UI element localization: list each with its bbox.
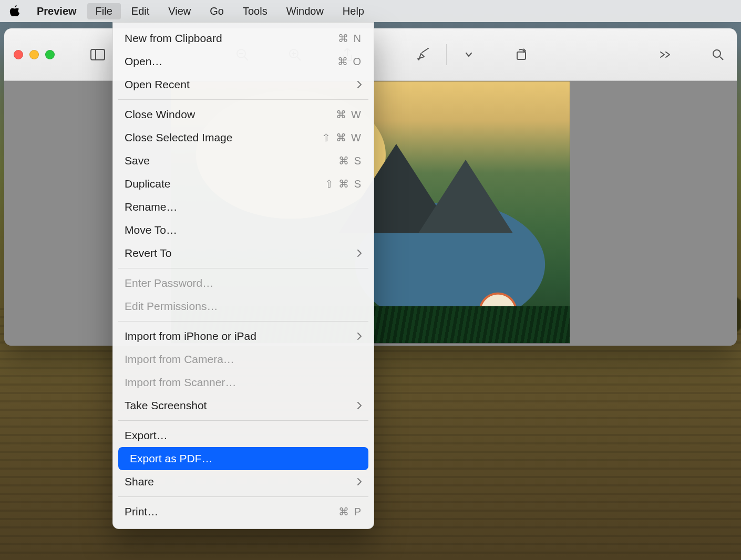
file-menu: New from Clipboard⌘ NOpen…⌘ OOpen Recent… xyxy=(112,22,374,529)
svg-point-10 xyxy=(713,50,721,57)
menu-item-rename[interactable]: Rename… xyxy=(113,195,374,219)
menu-item-shortcut: ⌘ S xyxy=(338,154,362,167)
menu-item-shortcut: ⌘ N xyxy=(338,32,362,45)
sidebar-icon[interactable] xyxy=(88,45,107,64)
menu-item-export-as-pdf[interactable]: Export as PDF… xyxy=(118,447,368,470)
menu-item-label: Share xyxy=(125,475,357,488)
menu-item-print[interactable]: Print…⌘ P xyxy=(113,500,374,523)
menu-item-label: Enter Password… xyxy=(125,277,362,289)
menu-item-label: Print… xyxy=(125,505,338,518)
menu-item-enter-password: Enter Password… xyxy=(113,272,374,295)
menu-item-revert-to[interactable]: Revert To xyxy=(113,242,374,265)
window-controls xyxy=(14,50,55,59)
menu-item-save[interactable]: Save⌘ S xyxy=(113,149,374,172)
menu-item-label: Duplicate xyxy=(125,178,325,190)
menu-item-label: Open… xyxy=(125,55,337,68)
menubar-item-help[interactable]: Help xyxy=(334,3,373,19)
menu-item-label: Export as PDF… xyxy=(130,452,357,465)
menu-item-label: Close Window xyxy=(125,108,336,121)
menu-item-label: Import from Camera… xyxy=(125,353,362,366)
menubar-item-go[interactable]: Go xyxy=(201,3,232,19)
menu-item-label: Move To… xyxy=(125,224,362,236)
menu-item-open[interactable]: Open…⌘ O xyxy=(113,50,374,73)
menu-item-label: Export… xyxy=(125,429,362,442)
chevron-right-icon xyxy=(357,80,362,89)
menubar-item-edit[interactable]: Edit xyxy=(123,3,158,19)
menu-item-label: Revert To xyxy=(125,247,357,260)
menu-item-label: Edit Permissions… xyxy=(125,300,362,313)
menu-item-duplicate[interactable]: Duplicate⇧ ⌘ S xyxy=(113,172,374,195)
menu-item-label: Take Screenshot xyxy=(125,399,357,412)
svg-rect-9 xyxy=(517,52,526,59)
chevron-right-icon xyxy=(357,478,362,486)
menu-item-label: Save xyxy=(125,154,338,167)
menu-item-shortcut: ⌘ O xyxy=(337,55,362,68)
menu-item-label: Import from iPhone or iPad xyxy=(125,330,357,343)
menu-item-label: Close Selected Image xyxy=(125,131,322,144)
menu-item-shortcut: ⇧ ⌘ W xyxy=(322,131,362,144)
menubar-item-view[interactable]: View xyxy=(160,3,199,19)
menu-item-label: Open Recent xyxy=(125,78,357,91)
menubar-item-window[interactable]: Window xyxy=(278,3,332,19)
menu-item-shortcut: ⌘ P xyxy=(338,505,362,518)
menu-item-import-from-iphone-or-ipad[interactable]: Import from iPhone or iPad xyxy=(113,325,374,348)
menubar: Preview FileEditViewGoToolsWindowHelp xyxy=(0,0,741,22)
menu-item-close-window[interactable]: Close Window⌘ W xyxy=(113,103,374,126)
menu-item-label: Import from Scanner… xyxy=(125,376,362,389)
close-window-button[interactable] xyxy=(14,50,23,59)
menubar-app-name[interactable]: Preview xyxy=(28,3,85,19)
menu-item-close-selected-image[interactable]: Close Selected Image⇧ ⌘ W xyxy=(113,126,374,149)
menu-item-label: Rename… xyxy=(125,201,362,213)
toolbar-separator xyxy=(446,44,447,65)
menu-item-share[interactable]: Share xyxy=(113,470,374,493)
menu-item-shortcut: ⇧ ⌘ S xyxy=(325,178,362,190)
menu-item-import-from-scanner: Import from Scanner… xyxy=(113,371,374,394)
search-icon[interactable] xyxy=(708,45,727,64)
chevron-right-icon xyxy=(357,332,362,340)
more-icon[interactable] xyxy=(656,45,675,64)
menubar-item-tools[interactable]: Tools xyxy=(234,3,276,19)
menu-item-shortcut: ⌘ W xyxy=(336,108,362,121)
menu-item-new-from-clipboard[interactable]: New from Clipboard⌘ N xyxy=(113,27,374,50)
chevron-right-icon xyxy=(357,401,362,410)
zoom-window-button[interactable] xyxy=(45,50,55,59)
apple-menu-icon[interactable] xyxy=(8,5,21,17)
menu-item-label: New from Clipboard xyxy=(125,32,338,45)
rotate-icon[interactable] xyxy=(512,45,531,64)
chevron-right-icon xyxy=(357,249,362,257)
markup-icon[interactable] xyxy=(415,45,434,64)
menubar-item-file[interactable]: File xyxy=(87,3,121,19)
svg-line-11 xyxy=(720,57,723,60)
svg-rect-0 xyxy=(91,49,105,60)
menu-item-open-recent[interactable]: Open Recent xyxy=(113,73,374,96)
menu-item-move-to[interactable]: Move To… xyxy=(113,219,374,242)
chevron-down-icon[interactable] xyxy=(459,45,478,64)
menu-item-edit-permissions: Edit Permissions… xyxy=(113,295,374,318)
menu-item-export[interactable]: Export… xyxy=(113,424,374,447)
minimize-window-button[interactable] xyxy=(29,50,39,59)
menu-item-import-from-camera: Import from Camera… xyxy=(113,348,374,371)
menu-item-take-screenshot[interactable]: Take Screenshot xyxy=(113,394,374,417)
